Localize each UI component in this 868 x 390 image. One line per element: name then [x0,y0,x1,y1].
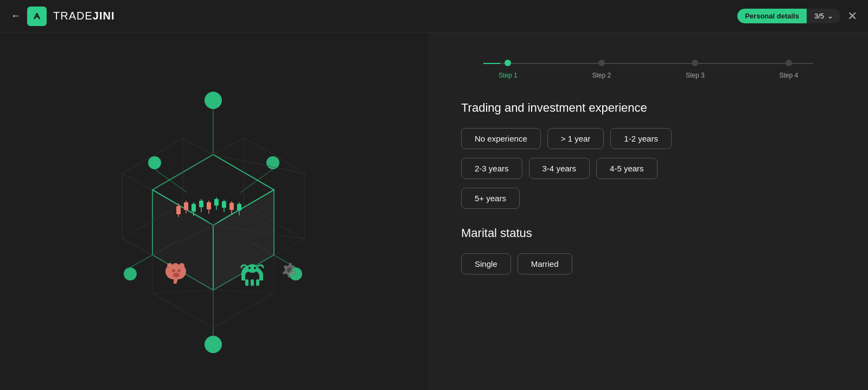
trading-experience-title: Trading and investment experience [461,101,835,115]
step-line-filled [483,63,500,64]
svg-point-5 [124,267,137,280]
option-3-4-years[interactable]: 3-4 years [529,158,590,179]
svg-rect-59 [251,279,254,286]
svg-rect-60 [256,279,259,286]
svg-rect-35 [184,202,188,210]
svg-marker-23 [213,138,304,174]
marital-status-section: Marital status Single Married [461,226,835,274]
step-label-4: Step 4 [779,72,798,79]
logo-text: TRADEJINI [53,10,114,22]
chevron-down-icon: ⌄ [827,12,833,20]
step-dot-4 [786,60,792,66]
trading-experience-options-row-2: 2-3 years 3-4 years 4-5 years [461,158,835,179]
header: ← TRADEJINI Personal details 3/5 ⌄ ✕ [0,0,868,33]
option-no-experience[interactable]: No experience [461,128,541,149]
svg-point-57 [254,267,256,269]
svg-line-21 [122,239,152,255]
option-single[interactable]: Single [461,253,511,274]
svg-point-50 [167,263,173,268]
steps-container: Step 1 Step 2 Step 3 Step 4 [461,60,835,79]
marital-status-title: Marital status [461,226,835,240]
header-right: Personal details 3/5 ⌄ ✕ [737,9,857,23]
step-line [483,63,813,64]
option-4-5-years[interactable]: 4-5 years [596,158,658,179]
close-button[interactable]: ✕ [847,10,857,22]
trading-experience-options-row-3: 5+ years [461,188,835,209]
back-button[interactable]: ← [11,10,21,22]
header-left: ← TRADEJINI [11,7,114,26]
option-gt1-year[interactable]: > 1 year [547,128,604,149]
right-panel: Step 1 Step 2 Step 3 Step 4 Trading and … [429,33,868,390]
svg-rect-47 [229,203,234,210]
option-2-3-years[interactable]: 2-3 years [461,158,522,179]
svg-point-55 [247,264,258,273]
trading-experience-section: Trading and investment experience No exp… [461,101,835,209]
svg-rect-45 [222,201,226,208]
option-5plus-years[interactable]: 5+ years [461,188,520,209]
trading-experience-options-row-1: No experience > 1 year 1-2 years [461,128,835,149]
logo-icon [27,7,47,26]
svg-rect-49 [237,204,241,210]
marital-status-options-row: Single Married [461,253,835,274]
svg-point-54 [173,273,180,277]
svg-point-56 [248,267,251,269]
step-label-1: Step 1 [499,72,518,79]
step-label-3: Step 3 [686,72,705,79]
step-dot-1 [505,60,511,66]
illustration [79,62,350,361]
svg-rect-58 [245,279,248,286]
svg-point-2 [148,156,161,169]
svg-rect-41 [207,202,211,209]
option-1-2-years[interactable]: 1-2 years [610,128,672,149]
svg-marker-17 [122,138,213,190]
svg-point-52 [172,269,175,272]
svg-line-27 [274,239,304,255]
svg-rect-37 [192,204,196,212]
left-panel [0,33,429,390]
badge-step: 3/5 ⌄ [807,9,841,23]
svg-point-51 [179,263,184,268]
badge-label: Personal details [737,9,807,23]
svg-point-61 [287,267,292,273]
step-dot-3 [692,60,698,66]
personal-details-badge[interactable]: Personal details 3/5 ⌄ [737,9,841,23]
svg-point-4 [205,336,222,353]
main: Step 1 Step 2 Step 3 Step 4 Trading and … [0,33,868,390]
svg-rect-33 [176,206,181,214]
svg-rect-43 [214,199,219,206]
step-dot-2 [598,60,605,66]
svg-point-1 [205,92,222,109]
svg-point-53 [177,269,181,272]
step-label-2: Step 2 [592,72,611,79]
svg-rect-39 [199,201,203,207]
option-married[interactable]: Married [518,253,572,274]
